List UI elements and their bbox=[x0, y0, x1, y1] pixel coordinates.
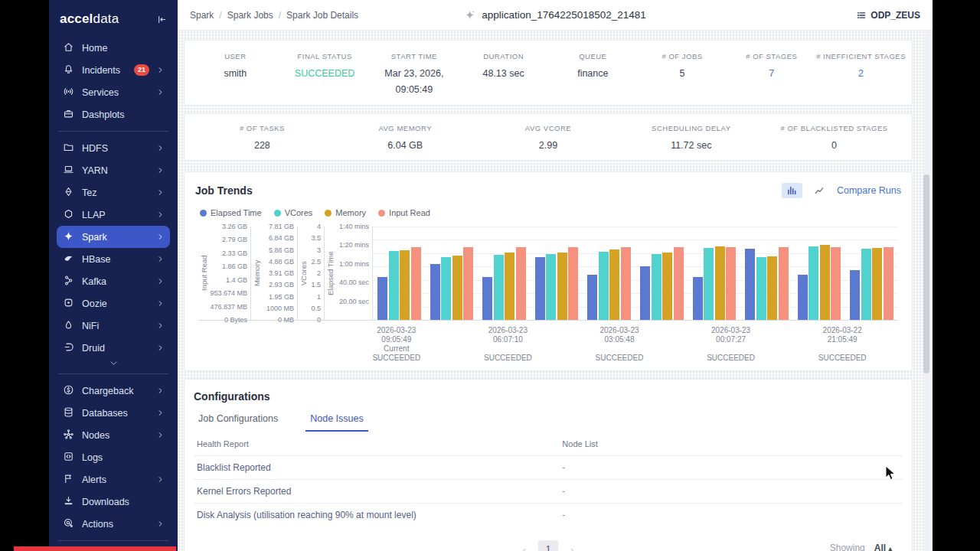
line-chart-toggle-button[interactable] bbox=[809, 183, 830, 198]
kafka-icon bbox=[63, 275, 74, 289]
summary-value[interactable]: 7 bbox=[727, 68, 816, 79]
health-report-header: Health Report bbox=[197, 439, 562, 448]
chevron-right-icon bbox=[157, 232, 164, 243]
bar-vcores bbox=[389, 251, 399, 320]
bar-cluster-5 bbox=[635, 227, 688, 320]
scrollbar-thumb[interactable] bbox=[923, 174, 929, 373]
sidebar-item-tez[interactable]: Tez bbox=[57, 181, 170, 204]
sidebar-item-hbase[interactable]: HBase bbox=[57, 248, 170, 270]
tab-node-issues[interactable]: Node Issues bbox=[305, 413, 368, 432]
chevron-right-icon bbox=[157, 143, 164, 154]
sidebar-item-nodes[interactable]: Nodes bbox=[57, 424, 170, 446]
showing-all-dropdown[interactable]: All ▴ bbox=[874, 543, 892, 551]
bar-cluster-1 bbox=[426, 227, 479, 320]
sidebar-item-nifi[interactable]: NiFi bbox=[57, 315, 170, 337]
breadcrumb-spark-job-details: Spark Job Details bbox=[286, 10, 358, 21]
application-id-title: application_1764225018502_21481 bbox=[464, 9, 646, 21]
summary-label: AVG MEMORY bbox=[334, 124, 477, 132]
sidebar-item-oozie[interactable]: Oozie bbox=[57, 292, 170, 315]
sidebar-item-druid[interactable]: Druid bbox=[57, 337, 170, 359]
bar-cluster-2 bbox=[478, 227, 531, 320]
configurations-tabs: Job ConfigurationsNode Issues bbox=[194, 413, 903, 432]
sidebar-item-logs[interactable]: Logs bbox=[57, 446, 170, 468]
legend-item-elapsed-time[interactable]: Elapsed Time bbox=[200, 208, 262, 217]
summary-cell-scheduling-delay: SCHEDULING DELAY11.72 sec bbox=[619, 124, 763, 151]
summary-label: # INEFFICIENT STAGES bbox=[816, 52, 906, 60]
sidebar: acceldata HomeIncidents21ServicesDashplo… bbox=[49, 0, 178, 551]
sidebar-item-incidents[interactable]: Incidents21 bbox=[57, 59, 170, 81]
bar-memory bbox=[452, 256, 462, 320]
sidebar-item-services[interactable]: Services bbox=[57, 81, 170, 103]
summary-cell--of-stages: # OF STAGES7 bbox=[727, 52, 816, 97]
next-page-button[interactable]: › bbox=[570, 544, 573, 551]
chevron-right-icon bbox=[157, 519, 164, 530]
sidebar-item-downloads[interactable]: Downloads bbox=[57, 491, 170, 513]
bar-elapsed-time bbox=[798, 275, 808, 320]
bar-memory bbox=[767, 256, 777, 320]
sidebar-item-databases[interactable]: Databases bbox=[57, 402, 170, 424]
health-report-item[interactable]: Disk Analysis (utilisation reaching 90% … bbox=[197, 510, 562, 520]
prev-page-button[interactable]: ‹ bbox=[523, 544, 526, 551]
sidebar-item-llap[interactable]: LLAP bbox=[57, 204, 170, 226]
bar-chart-toggle-button[interactable] bbox=[782, 183, 802, 198]
summary-value: 0 bbox=[763, 140, 906, 151]
chevron-right-icon bbox=[157, 321, 164, 331]
legend-item-memory[interactable]: Memory bbox=[325, 208, 366, 217]
bar-input-read bbox=[411, 247, 421, 320]
sidebar-scroll-more-icon[interactable] bbox=[57, 359, 170, 368]
llap-icon bbox=[63, 208, 74, 222]
sidebar-divider bbox=[58, 131, 168, 132]
health-report-item[interactable]: Kernel Errors Reported bbox=[197, 486, 562, 497]
sidebar-collapse-icon[interactable] bbox=[155, 14, 167, 25]
summary-value[interactable]: 2 bbox=[816, 68, 906, 79]
bar-vcores bbox=[546, 254, 556, 320]
sidebar-item-hdfs[interactable]: HDFS bbox=[57, 137, 170, 159]
dollar-icon bbox=[63, 384, 74, 398]
bar-memory bbox=[872, 248, 882, 320]
summary-cell--of-tasks: # OF TASKS228 bbox=[191, 124, 334, 151]
sidebar-item-chargeback[interactable]: Chargeback bbox=[57, 380, 170, 402]
node-list-value: - bbox=[562, 510, 900, 520]
cluster-selector[interactable]: ODP_ZEUS bbox=[856, 10, 920, 21]
bar-input-read bbox=[516, 247, 526, 320]
summary-cell-avg-memory: AVG MEMORY6.04 GB bbox=[334, 124, 477, 151]
target-icon bbox=[63, 517, 74, 531]
hbase-icon bbox=[63, 253, 74, 266]
tab-job-configurations[interactable]: Job Configurations bbox=[194, 413, 283, 432]
legend-item-input-read[interactable]: Input Read bbox=[378, 208, 430, 217]
chevron-right-icon bbox=[157, 65, 164, 76]
page-number-button[interactable]: 1 bbox=[538, 540, 558, 551]
axis-title: Input Read bbox=[198, 227, 209, 320]
sidebar-nav: HomeIncidents21ServicesDashplotsHDFSYARN… bbox=[57, 37, 170, 546]
summary-label: # OF TASKS bbox=[191, 124, 334, 132]
summary-value: 228 bbox=[191, 140, 334, 151]
bottom-red-strip bbox=[14, 546, 176, 551]
bar-input-read bbox=[884, 247, 893, 320]
sidebar-item-kafka[interactable]: Kafka bbox=[57, 270, 170, 292]
node-list-value: - bbox=[562, 462, 900, 473]
main-area: Spark/ Spark Jobs/ Spark Job Details app… bbox=[178, 0, 933, 551]
logs-icon bbox=[63, 451, 74, 465]
summary-value: finance bbox=[548, 68, 638, 79]
bar-cluster-0 bbox=[373, 227, 426, 320]
health-report-item[interactable]: Blacklist Reported bbox=[197, 462, 562, 473]
server-list-icon bbox=[856, 10, 867, 21]
bar-vcores bbox=[808, 246, 818, 320]
nifi-icon bbox=[63, 319, 74, 333]
bar-cluster-8 bbox=[793, 227, 846, 320]
breadcrumb-spark[interactable]: Spark bbox=[190, 10, 214, 21]
line-chart-icon bbox=[814, 185, 825, 196]
sidebar-item-actions[interactable]: Actions bbox=[57, 513, 170, 535]
sidebar-item-dashplots[interactable]: Dashplots bbox=[57, 103, 170, 126]
summary-cell-user: USERsmith bbox=[191, 52, 280, 97]
legend-item-vcores[interactable]: VCores bbox=[274, 208, 313, 217]
sidebar-item-home[interactable]: Home bbox=[57, 37, 170, 59]
sidebar-item-spark[interactable]: Spark bbox=[57, 226, 170, 248]
sidebar-item-alerts[interactable]: Alerts bbox=[57, 468, 170, 491]
breadcrumb-spark-jobs[interactable]: Spark Jobs bbox=[227, 10, 273, 21]
chevron-right-icon bbox=[157, 165, 164, 176]
sidebar-item-yarn[interactable]: YARN bbox=[57, 159, 170, 181]
bar-input-read bbox=[779, 247, 789, 320]
summary-cell--inefficient-stages: # INEFFICIENT STAGES2 bbox=[816, 52, 906, 97]
compare-runs-link[interactable]: Compare Runs bbox=[837, 185, 901, 196]
